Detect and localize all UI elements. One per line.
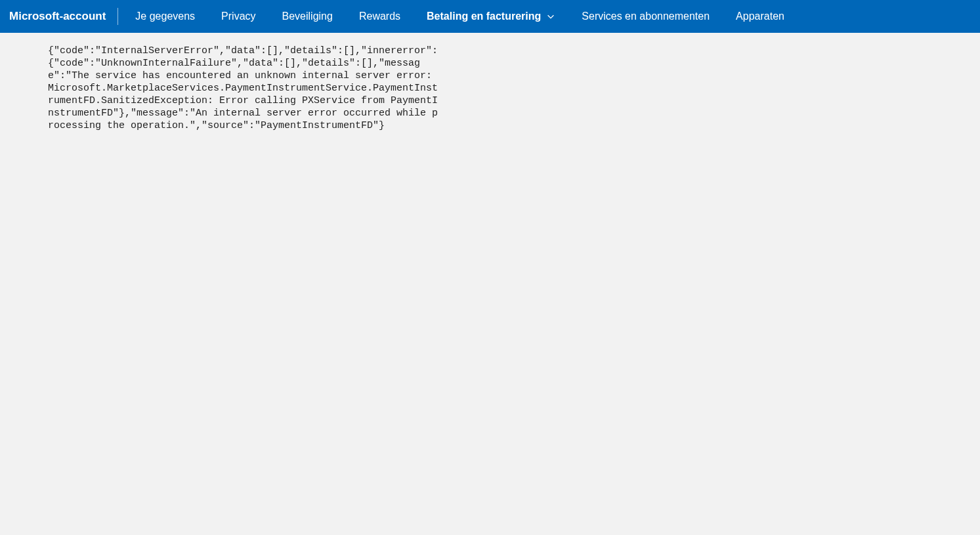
nav-item-apparaten[interactable]: Apparaten xyxy=(723,0,798,33)
main-content: {"code":"InternalServerError","data":[],… xyxy=(0,33,980,132)
nav-item-privacy[interactable]: Privacy xyxy=(208,0,268,33)
nav-divider xyxy=(117,8,118,25)
nav-item-je-gegevens[interactable]: Je gegevens xyxy=(122,0,208,33)
error-json-text: {"code":"InternalServerError","data":[],… xyxy=(48,45,443,132)
nav-item-label: Services en abonnementen xyxy=(582,11,710,22)
nav-item-betaling-en-facturering[interactable]: Betaling en facturering xyxy=(414,0,568,33)
nav-item-label: Privacy xyxy=(221,11,255,22)
top-nav: Microsoft-account Je gegevens Privacy Be… xyxy=(0,0,980,33)
nav-item-label: Je gegevens xyxy=(135,11,195,22)
brand-label: Microsoft-account xyxy=(9,10,106,23)
nav-item-label: Rewards xyxy=(359,11,400,22)
chevron-down-icon xyxy=(546,12,555,21)
nav-item-label: Betaling en facturering xyxy=(427,11,541,22)
brand-link[interactable]: Microsoft-account xyxy=(9,0,117,33)
nav-item-rewards[interactable]: Rewards xyxy=(346,0,414,33)
nav-item-services-en-abonnementen[interactable]: Services en abonnementen xyxy=(568,0,723,33)
nav-item-label: Apparaten xyxy=(736,11,784,22)
nav-item-label: Beveiliging xyxy=(282,11,333,22)
nav-item-beveiliging[interactable]: Beveiliging xyxy=(269,0,346,33)
